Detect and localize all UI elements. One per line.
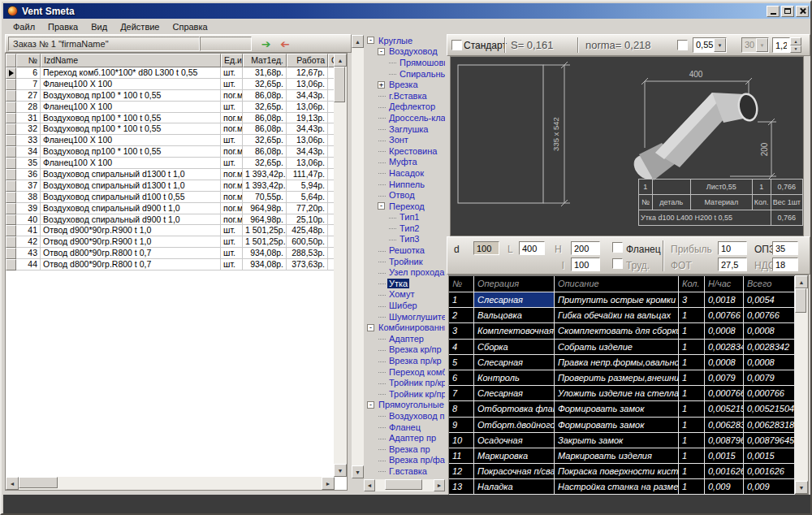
- tree-item-label[interactable]: Тип2: [398, 223, 421, 233]
- tree-item[interactable]: - Воздуховод: [365, 46, 445, 58]
- tree-toggle-icon[interactable]: [378, 136, 385, 144]
- column-header-unit[interactable]: Ед.изм: [221, 54, 243, 67]
- scroll-right-icon[interactable]: ►: [322, 477, 335, 490]
- operation-row[interactable]: 10 Осадочная Закрыть замок 1 0,0087964 0…: [449, 433, 808, 448]
- tree-item[interactable]: Хомут: [365, 289, 445, 301]
- op-cell-operation[interactable]: Отбортовка фланца: [474, 401, 555, 417]
- tree-toggle-icon[interactable]: [378, 279, 385, 287]
- tree-item[interactable]: Фланец: [365, 422, 445, 433]
- i-field[interactable]: [571, 258, 600, 271]
- operation-row[interactable]: 13 Наладка Настройка станка на размер 1 …: [449, 479, 808, 495]
- d-field[interactable]: [473, 241, 499, 255]
- tree-toggle-icon[interactable]: [378, 158, 385, 166]
- tree-item-label[interactable]: Воздуховод: [387, 46, 439, 56]
- scroll-left-icon[interactable]: ◄: [364, 479, 375, 491]
- tree-toggle-icon[interactable]: [378, 445, 385, 452]
- tree-item-label[interactable]: Комбинированные: [377, 322, 445, 332]
- l-field[interactable]: [519, 241, 545, 255]
- table-row[interactable]: 37 Воздуховод спиральный d1300 t 1,0 пог…: [6, 180, 347, 192]
- items-grid-vscrollbar[interactable]: ▲ ▼: [334, 54, 347, 477]
- scroll-track[interactable]: [334, 67, 347, 464]
- tree-item-label[interactable]: Адаптер пр: [387, 433, 438, 443]
- tree-item-label[interactable]: Зонт: [387, 135, 410, 145]
- operation-row[interactable]: 4 Сборка Собрать изделие 1 0,0028342 0,0…: [449, 340, 808, 355]
- tree-toggle-icon[interactable]: [378, 125, 385, 132]
- table-row[interactable]: 39 Воздуховод спиральный d900 t 1,0 пог.…: [6, 203, 347, 214]
- tree-item[interactable]: Решотка: [365, 245, 445, 256]
- tree-item-label[interactable]: Г.вставка: [387, 466, 429, 476]
- title-bar[interactable]: Vent Smeta: [3, 3, 810, 19]
- tree-toggle-icon[interactable]: [378, 291, 385, 298]
- ops-header-hours[interactable]: Н/час: [705, 276, 744, 292]
- tree-toggle-icon[interactable]: -: [367, 37, 374, 44]
- operations-vscrollbar[interactable]: ▲ ▼: [795, 275, 808, 494]
- opz-field[interactable]: [772, 241, 798, 255]
- tree-item-label[interactable]: Тройник кр/пр: [387, 389, 445, 399]
- menu-item[interactable]: Файл: [6, 20, 41, 33]
- scroll-track[interactable]: [19, 477, 322, 490]
- tree-item[interactable]: г.Вставка: [365, 90, 445, 102]
- table-row[interactable]: 27 Воздуховод пр100 * 100 t 0,55 пог.м 8…: [6, 90, 347, 102]
- op-cell-operation[interactable]: Слесарная: [474, 355, 555, 370]
- op-cell-operation[interactable]: Комплектовочная: [474, 323, 555, 339]
- tree-item-label[interactable]: Прямоугольные: [377, 400, 445, 409]
- fot-field[interactable]: [718, 258, 747, 271]
- tree-item-label[interactable]: Тип1: [398, 212, 421, 222]
- tree-item-label[interactable]: Врезка пр/кр: [387, 356, 443, 366]
- op-cell-operation[interactable]: Контроль: [474, 370, 555, 386]
- tree-toggle-icon[interactable]: [378, 258, 385, 265]
- op-cell-operation[interactable]: Покрасочная п/сварки: [474, 464, 555, 479]
- tree-toggle-icon[interactable]: [378, 302, 385, 309]
- pribyl-field[interactable]: [718, 241, 747, 255]
- ops-header-description[interactable]: Описание: [555, 276, 679, 292]
- h-field[interactable]: [571, 241, 600, 255]
- menu-item[interactable]: Действие: [114, 20, 166, 33]
- scroll-down-icon[interactable]: ▼: [795, 481, 808, 494]
- menu-item[interactable]: Справка: [166, 20, 214, 33]
- tree-item-label[interactable]: Врезка пр/фарт: [387, 455, 445, 465]
- tree-toggle-icon[interactable]: [378, 390, 385, 397]
- tree-item-label[interactable]: Крестовина: [387, 146, 438, 156]
- tree-item-label[interactable]: Тип3: [398, 234, 421, 244]
- trud-checkbox[interactable]: [612, 258, 623, 269]
- spin-down-icon[interactable]: ▼: [790, 45, 801, 54]
- tree-toggle-icon[interactable]: [378, 435, 385, 442]
- tree-item[interactable]: Адаптер: [365, 333, 445, 344]
- tree-item[interactable]: Шибер: [365, 300, 445, 311]
- chevron-down-icon[interactable]: ▼: [714, 38, 726, 52]
- tree-item[interactable]: Насадок: [365, 167, 445, 179]
- table-row[interactable]: 6 Переход комб.100*100* d80 L300 t 0,55 …: [6, 67, 347, 79]
- tree-item-label[interactable]: Насадок: [387, 168, 425, 178]
- tree-toggle-icon[interactable]: [378, 114, 385, 121]
- operation-row[interactable]: 11 Маркировка Маркировать изделия 1 0,00…: [449, 448, 808, 464]
- thickness-select[interactable]: 0,55 ▼: [693, 37, 727, 53]
- tree-item-label[interactable]: Фланец: [387, 422, 422, 432]
- flange-checkbox[interactable]: [612, 242, 623, 253]
- ops-header-operation[interactable]: Операция: [474, 276, 555, 292]
- column-header-num[interactable]: №: [16, 54, 41, 67]
- op-cell-operation[interactable]: Слесарная: [474, 292, 555, 308]
- operation-row[interactable]: 5 Слесарная Правка непр.формы,овальности…: [449, 355, 808, 370]
- tree-toggle-icon[interactable]: [378, 346, 385, 353]
- tree-item-label[interactable]: Спиральный: [398, 69, 445, 79]
- tree-toggle-icon[interactable]: [388, 224, 395, 232]
- factor-input[interactable]: [772, 37, 790, 53]
- scroll-left-icon[interactable]: ◄: [6, 477, 19, 490]
- tree-item[interactable]: + Врезка: [365, 79, 445, 90]
- tree-item[interactable]: Прямошовный: [365, 57, 445, 68]
- standard-checkbox[interactable]: [451, 40, 462, 50]
- tree-toggle-icon[interactable]: [388, 236, 395, 243]
- prev-order-button[interactable]: ➔: [276, 36, 293, 51]
- tree-item-label[interactable]: Круглые: [377, 36, 414, 45]
- scroll-track[interactable]: [352, 48, 364, 465]
- scroll-up-icon[interactable]: ▲: [352, 35, 364, 48]
- tree-toggle-icon[interactable]: [378, 467, 385, 474]
- menu-item[interactable]: Вид: [84, 20, 114, 33]
- tree-hscrollbar[interactable]: ◄ ►: [364, 479, 445, 491]
- tree-toggle-icon[interactable]: -: [367, 324, 374, 331]
- ops-header-qty[interactable]: Кол.: [679, 276, 705, 292]
- tree-toggle-icon[interactable]: [378, 169, 385, 176]
- table-row[interactable]: 42 Отвод d900*90гр.R900 t 1,0 шт. 1 501,…: [6, 236, 347, 248]
- scroll-track[interactable]: [375, 479, 434, 491]
- table-row[interactable]: 34 Воздуховод пр100 * 100 t 0,55 пог.м 8…: [6, 146, 347, 158]
